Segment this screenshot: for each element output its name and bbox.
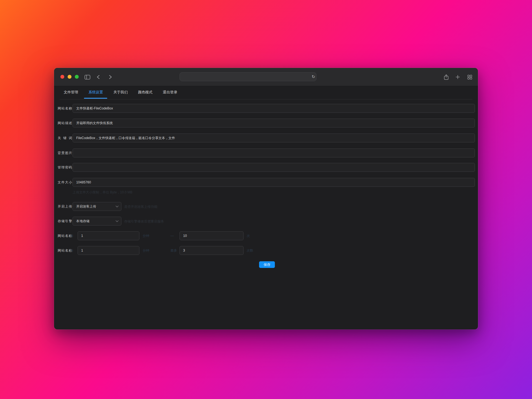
close-button[interactable] [60, 75, 64, 79]
address-bar[interactable] [180, 72, 316, 81]
tab-overview-icon[interactable] [466, 74, 473, 80]
field-label: 背景图片 [58, 149, 72, 157]
field-label: 关 键 词 [58, 134, 72, 142]
refresh-icon[interactable]: ↻ [310, 73, 317, 80]
upload-count-input[interactable] [180, 231, 244, 240]
field-label: 存储引擎 [58, 217, 72, 226]
open-upload-hint: 是否开启游客上传功能 [124, 204, 157, 209]
form-row-error-limit: 网站名称 每 分钟 最多 次数 [54, 246, 478, 255]
form-row-admin-password: 管理密码 [54, 163, 478, 172]
tab-file-management[interactable]: 文件管理 [64, 86, 78, 99]
tab-color-mode[interactable]: 颜色模式 [138, 86, 152, 99]
error-minute-input[interactable] [78, 246, 139, 255]
form-row-storage-engine: 存储引擎 本地存储 存储引擎修改后需重启服务 [54, 217, 478, 226]
tab-logout[interactable]: 退出登录 [163, 86, 177, 99]
open-upload-select-value: 开启游客上传 [76, 204, 96, 208]
field-label: 网站名称 [58, 104, 72, 113]
limit-unit-text: 分钟 [143, 231, 149, 240]
open-upload-select[interactable]: 开启游客上传 [73, 202, 121, 211]
share-icon[interactable] [443, 74, 449, 80]
save-button[interactable]: 保存 [259, 261, 275, 268]
limit-suffix-text: 次 [247, 231, 250, 240]
tab-about-us[interactable]: 关于我们 [113, 86, 128, 99]
field-label: 网站描述 [58, 119, 72, 127]
field-label: 开启上传 [58, 202, 72, 211]
field-label: 文件大小 [58, 178, 72, 187]
limit-suffix-text: 次数 [247, 246, 253, 255]
upload-minute-input[interactable] [78, 231, 139, 240]
storage-engine-hint: 存储引擎修改后需重启服务 [124, 219, 164, 224]
forward-icon[interactable] [107, 74, 114, 80]
file-size-input[interactable] [73, 178, 475, 187]
traffic-lights [60, 75, 79, 79]
form-row-keywords: 关 键 词 [54, 134, 478, 142]
sidebar-toggle-icon[interactable] [84, 74, 91, 80]
settings-nav-tabs: 文件管理 系统设置 关于我们 颜色模式 退出登录 [54, 86, 478, 99]
limit-middle-text: — [170, 231, 174, 240]
form-row-site-name: 网站名称 [54, 104, 478, 113]
field-label: 管理密码 [58, 163, 72, 172]
background-image-input[interactable] [73, 149, 475, 157]
chevron-down-icon [116, 206, 119, 208]
limit-prefix-text: 每 [70, 231, 73, 240]
limit-middle-text: 最多 [170, 246, 177, 255]
form-row-file-size: 文件大小 [54, 178, 478, 187]
form-row-background-image: 背景图片 [54, 149, 478, 157]
back-icon[interactable] [95, 74, 101, 80]
limit-prefix-text: 每 [70, 246, 73, 255]
site-name-input[interactable] [73, 104, 475, 113]
form-row-open-upload: 开启上传 开启游客上传 是否开启游客上传功能 [54, 202, 478, 211]
storage-engine-select[interactable]: 本地存储 [73, 217, 121, 226]
form-row-upload-limit: 网站名称 每 分钟 — 次 [54, 231, 478, 240]
browser-window: ↻ 文件管理 系统设 [54, 68, 478, 329]
fullscreen-button[interactable] [75, 75, 79, 79]
form-row-site-description: 网站描述 [54, 119, 478, 127]
error-count-input[interactable] [180, 246, 244, 255]
minimize-button[interactable] [68, 75, 71, 79]
site-description-input[interactable] [73, 119, 475, 127]
admin-password-input[interactable] [73, 163, 475, 172]
new-tab-icon[interactable] [454, 74, 461, 80]
keywords-input[interactable] [73, 134, 475, 142]
chevron-down-icon [116, 220, 119, 222]
file-size-hint: 上传文件大小限制，单位 Byte，10.0 MB [73, 190, 132, 195]
tab-system-settings[interactable]: 系统设置 [88, 86, 103, 99]
storage-engine-select-value: 本地存储 [76, 219, 89, 223]
browser-toolbar: ↻ [54, 68, 478, 86]
limit-unit-text: 分钟 [143, 246, 149, 255]
